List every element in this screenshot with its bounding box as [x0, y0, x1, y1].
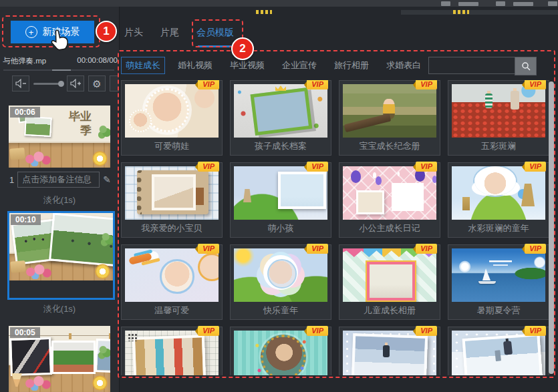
- template-thumbnail: [452, 331, 545, 375]
- template-thumbnail: [125, 331, 219, 375]
- template-label: 水彩斑斓的童年: [452, 220, 545, 237]
- template-card-2[interactable]: VIP 孩子成长档案: [230, 80, 331, 156]
- volume-up-button[interactable]: [67, 75, 84, 91]
- volume-down-button[interactable]: [12, 75, 29, 91]
- volume-slider[interactable]: [33, 83, 63, 85]
- audio-progress-played: [52, 69, 71, 71]
- transition-label-2[interactable]: 淡化(1s): [0, 303, 119, 315]
- vip-badge: VIP: [416, 326, 437, 336]
- category-1[interactable]: 萌娃成长: [121, 57, 165, 74]
- vip-badge: VIP: [198, 162, 219, 172]
- template-grid: VIP 可爱萌娃 VIP 孩子成长档案 VIP 宝宝成长纪念册 VIP 五彩斑斓…: [121, 80, 549, 375]
- vip-badge: VIP: [307, 326, 328, 336]
- scene-list-panel: + 新建场景 与他弹奏.mp 00:00:08/00 ⚙ 00:06 毕: [0, 7, 120, 392]
- template-thumbnail: [452, 84, 545, 138]
- tab-3[interactable]: 会员模版: [196, 27, 234, 39]
- template-card-6[interactable]: VIP 萌小孩: [230, 162, 331, 238]
- speaker-minus-icon: [15, 79, 27, 88]
- audio-progress-bar[interactable]: [3, 69, 114, 71]
- template-label: 萌小孩: [234, 220, 327, 237]
- scene-art-title: 毕业季: [63, 110, 92, 138]
- scene-duration-badge: 00:06: [10, 107, 40, 118]
- cutoff-toolbar-icon: [496, 1, 505, 6]
- decor-flowers: [23, 150, 53, 166]
- category-6[interactable]: 求婚表白: [382, 57, 426, 74]
- template-thumbnail: [125, 166, 219, 220]
- tab-1[interactable]: 片头: [124, 27, 143, 39]
- search-button[interactable]: [515, 57, 537, 75]
- cutoff-logo-fragment: [453, 10, 469, 14]
- panel-top-edge: [401, 10, 558, 15]
- vip-badge: VIP: [416, 244, 437, 254]
- template-label: 温馨可爱: [125, 302, 219, 319]
- scrollbar-thumb[interactable]: [549, 81, 554, 374]
- template-card-12[interactable]: VIP 暑期夏令营: [448, 244, 549, 320]
- decor-photo: [24, 116, 51, 137]
- template-card-11[interactable]: VIP 儿童成长相册: [339, 244, 440, 320]
- template-card-16[interactable]: VIP: [448, 327, 549, 375]
- category-4[interactable]: 企业宣传: [277, 57, 321, 74]
- scene-thumbnail-3[interactable]: 00:05: [9, 326, 110, 392]
- template-label: 快乐童年: [234, 302, 327, 319]
- cutoff-logo-fragment: [256, 10, 272, 14]
- template-card-1[interactable]: VIP 可爱萌娃: [121, 80, 223, 156]
- category-5[interactable]: 旅行相册: [329, 57, 374, 74]
- tab-2[interactable]: 片尾: [160, 27, 179, 39]
- audio-more-button[interactable]: [110, 75, 120, 91]
- speaker-plus-icon: [70, 79, 82, 88]
- volume-slider-knob[interactable]: [58, 81, 64, 87]
- decor-plant: [98, 343, 110, 359]
- cutoff-top-toolbar: [0, 0, 558, 7]
- scene-duration-badge: 00:10: [11, 214, 41, 225]
- vip-badge: VIP: [525, 244, 546, 254]
- category-tabs: 萌娃成长婚礼视频毕业视频企业宣传旅行相册求婚表白其它: [121, 57, 460, 74]
- decor-photo: [51, 341, 96, 374]
- decor-clock: [94, 377, 106, 389]
- cutoff-toolbar-icon: [441, 1, 450, 6]
- scene-thumbnail-2-selected[interactable]: 00:10 2 点击添加备注信息 ✎: [7, 211, 115, 300]
- transition-label-1[interactable]: 淡化(1s): [0, 194, 119, 206]
- vip-badge: VIP: [525, 162, 546, 172]
- vip-badge: VIP: [198, 326, 219, 336]
- note-input[interactable]: 点击添加备注信息: [17, 172, 100, 188]
- search-input[interactable]: [428, 57, 515, 74]
- template-card-14[interactable]: VIP: [230, 327, 331, 375]
- template-card-5[interactable]: VIP 我亲爱的小宝贝: [121, 162, 223, 238]
- hand-cursor-icon: [49, 29, 69, 55]
- search-icon: [521, 61, 531, 71]
- category-3[interactable]: 毕业视频: [225, 57, 269, 74]
- template-label: 儿童成长相册: [343, 302, 436, 319]
- decor-clock: [96, 265, 109, 278]
- template-thumbnail: [234, 84, 327, 138]
- template-thumbnail: [452, 248, 545, 302]
- audio-settings-button[interactable]: ⚙: [88, 75, 106, 91]
- audio-controls: ⚙: [12, 75, 120, 92]
- template-card-8[interactable]: VIP 水彩斑斓的童年: [448, 162, 549, 238]
- template-thumbnail: [343, 166, 436, 220]
- template-thumbnail: [125, 248, 219, 302]
- template-card-15[interactable]: VIP: [339, 327, 440, 375]
- template-thumbnail: [234, 248, 327, 302]
- template-thumbnail: [452, 166, 545, 220]
- template-label: 宝宝成长纪念册: [343, 138, 436, 155]
- template-card-4[interactable]: VIP 五彩斑斓: [448, 80, 549, 156]
- annotation-badge-1: 1: [96, 21, 117, 42]
- template-thumbnail: [234, 331, 327, 375]
- scene-thumbnail-1[interactable]: 00:06 毕业季: [9, 106, 110, 168]
- template-card-7[interactable]: VIP 小公主成长日记: [339, 162, 440, 238]
- gear-icon: ⚙: [92, 79, 101, 89]
- template-thumbnail: [234, 166, 327, 220]
- template-card-10[interactable]: VIP 快乐童年: [230, 244, 331, 320]
- vip-badge: VIP: [198, 80, 219, 89]
- template-card-13[interactable]: VIP: [121, 327, 223, 375]
- template-card-3[interactable]: VIP 宝宝成长纪念册: [339, 80, 440, 156]
- audio-info-row: 与他弹奏.mp 00:00:08/00: [3, 56, 118, 67]
- top-tabs: 片头片尾会员模版: [124, 27, 234, 39]
- cutoff-toolbar-label: [513, 2, 533, 6]
- pencil-icon[interactable]: ✎: [103, 174, 111, 185]
- vip-badge: VIP: [198, 244, 219, 254]
- category-2[interactable]: 婚礼视频: [173, 57, 217, 74]
- template-card-9[interactable]: VIP 温馨可爱: [121, 244, 223, 320]
- vip-badge: VIP: [525, 326, 546, 336]
- plus-circle-icon: +: [25, 26, 37, 38]
